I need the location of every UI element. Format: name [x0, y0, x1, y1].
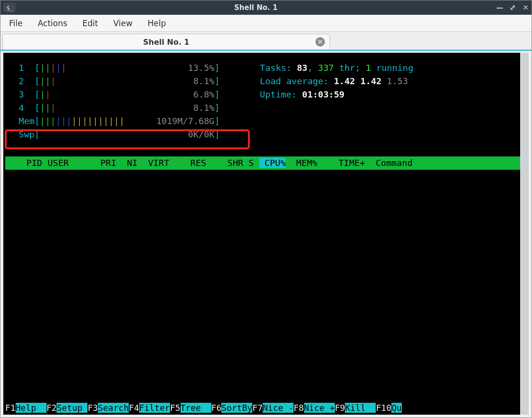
fnkey-label[interactable]: Help — [16, 403, 47, 413]
fnkey-label[interactable]: Qu — [391, 403, 402, 413]
fnkey-label[interactable]: Search — [98, 403, 129, 413]
fnkey-f1[interactable]: F1 — [5, 403, 16, 413]
maximize-icon[interactable]: ⤢ — [510, 3, 516, 12]
scrollbar-thumb[interactable] — [520, 53, 529, 415]
tab-shell1[interactable]: Shell No. 1 ✕ — [2, 34, 330, 49]
terminal-area: 1 [||||| 13.5%] 2 [||| 8.1%] 3 [|| 6.8%]… — [0, 50, 532, 418]
window-titlebar: $_ Shell No. 1 — ⤢ ✕ — [0, 0, 532, 15]
process-table: PID USER PRI NI VIRT RES SHR S CPU% MEM%… — [5, 156, 520, 170]
menu-file[interactable]: File — [9, 19, 22, 28]
function-keybar: F1Help F2Setup F3SearchF4FilterF5Tree F6… — [5, 401, 519, 415]
summary-stats: Tasks: 83, 337 thr; 1 running Load avera… — [260, 61, 413, 101]
htop-output[interactable]: 1 [||||| 13.5%] 2 [||| 8.1%] 3 [|| 6.8%]… — [3, 53, 520, 415]
fnkey-label[interactable]: Nice - — [263, 403, 294, 413]
terminal-icon: $_ — [3, 3, 16, 12]
fnkey-f10[interactable]: F10 — [376, 403, 391, 413]
fnkey-label[interactable]: Tree — [180, 403, 211, 413]
tab-bar: Shell No. 1 ✕ — [0, 32, 532, 50]
scrollbar[interactable] — [520, 53, 529, 415]
fnkey-label[interactable]: Filter — [139, 403, 170, 413]
fnkey-f8[interactable]: F8 — [294, 403, 304, 413]
fnkey-label[interactable]: Setup — [57, 403, 87, 413]
fnkey-f4[interactable]: F4 — [129, 403, 139, 413]
fnkey-f2[interactable]: F2 — [47, 403, 57, 413]
menu-edit[interactable]: Edit — [83, 19, 98, 28]
fnkey-f3[interactable]: F3 — [87, 403, 98, 413]
fnkey-label[interactable]: Nice + — [304, 403, 335, 413]
minimize-icon[interactable]: — — [496, 3, 503, 12]
window-title: Shell No. 1 — [16, 3, 496, 12]
fnkey-label[interactable]: Kill — [345, 403, 376, 413]
fnkey-f9[interactable]: F9 — [335, 403, 345, 413]
fnkey-f6[interactable]: F6 — [211, 403, 222, 413]
menubar: FileActionsEditViewHelp — [0, 15, 532, 32]
close-icon[interactable]: ✕ — [522, 3, 529, 12]
tab-close-icon[interactable]: ✕ — [315, 37, 325, 47]
menu-actions[interactable]: Actions — [38, 19, 67, 28]
menu-help[interactable]: Help — [148, 19, 166, 28]
menu-view[interactable]: View — [113, 19, 132, 28]
terminal-window: $_ Shell No. 1 — ⤢ ✕ FileActionsEditView… — [0, 0, 532, 418]
fnkey-label[interactable]: SortBy — [221, 403, 252, 413]
table-header[interactable]: PID USER PRI NI VIRT RES SHR S CPU% MEM%… — [5, 156, 520, 170]
tab-title: Shell No. 1 — [143, 38, 189, 47]
fnkey-f5[interactable]: F5 — [170, 403, 180, 413]
fnkey-f7[interactable]: F7 — [252, 403, 263, 413]
